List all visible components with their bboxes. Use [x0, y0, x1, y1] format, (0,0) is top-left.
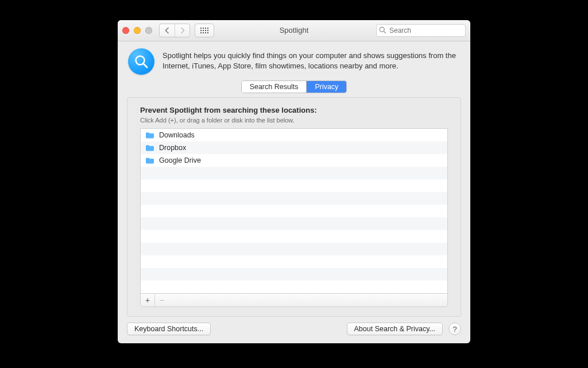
- folder-icon: [145, 157, 154, 164]
- minimize-icon[interactable]: [134, 27, 141, 34]
- list-item[interactable]: Google Drive: [141, 154, 447, 167]
- exclusion-list[interactable]: Downloads Dropbox Google Drive: [140, 128, 448, 293]
- add-remove-controls: + −: [140, 293, 448, 307]
- window-controls: [122, 27, 152, 34]
- back-button[interactable]: [160, 24, 175, 37]
- footer: Keyboard Shortcuts... About Search & Pri…: [118, 323, 470, 343]
- list-item: [141, 268, 447, 281]
- svg-line-1: [384, 31, 386, 33]
- list-item: [141, 205, 447, 217]
- folder-icon: [145, 132, 154, 139]
- list-item: [141, 281, 447, 293]
- panel-heading: Prevent Spotlight from searching these l…: [140, 106, 448, 114]
- zoom-icon: [145, 27, 152, 34]
- grid-icon: [200, 28, 208, 33]
- remove-button[interactable]: −: [154, 294, 168, 306]
- list-item-label: Google Drive: [159, 156, 201, 164]
- list-item[interactable]: Downloads: [141, 129, 447, 141]
- search-input[interactable]: [376, 24, 466, 37]
- svg-line-3: [144, 64, 148, 68]
- search-icon: [379, 26, 386, 34]
- panel-subtext: Click Add (+), or drag a folder or disk …: [140, 117, 448, 124]
- list-item: [141, 179, 447, 192]
- list-item: [141, 192, 447, 205]
- list-item: [141, 217, 447, 230]
- spotlight-icon: [128, 48, 154, 75]
- preferences-window: Spotlight Spotlight helps you quickly fi…: [118, 20, 470, 343]
- titlebar: Spotlight: [118, 20, 470, 41]
- show-all-button[interactable]: [195, 24, 214, 37]
- tabs-row: Search Results Privacy: [118, 80, 470, 93]
- help-button[interactable]: ?: [448, 323, 461, 335]
- list-item: [141, 167, 447, 179]
- list-item[interactable]: Dropbox: [141, 141, 447, 154]
- add-button[interactable]: +: [141, 294, 154, 306]
- tab-privacy[interactable]: Privacy: [306, 81, 346, 93]
- list-item-label: Downloads: [159, 131, 195, 139]
- tabs: Search Results Privacy: [241, 80, 347, 93]
- tab-search-results[interactable]: Search Results: [242, 81, 307, 93]
- chevron-left-icon: [165, 28, 170, 33]
- svg-point-0: [380, 27, 384, 32]
- pane-description: Spotlight helps you quickly find things …: [163, 48, 460, 71]
- pane-header: Spotlight helps you quickly find things …: [118, 41, 470, 80]
- list-item: [141, 230, 447, 243]
- privacy-panel: Prevent Spotlight from searching these l…: [127, 97, 461, 317]
- chevron-right-icon: [180, 28, 185, 33]
- keyboard-shortcuts-button[interactable]: Keyboard Shortcuts...: [127, 323, 211, 335]
- list-item: [141, 243, 447, 255]
- close-icon[interactable]: [122, 27, 129, 34]
- list-item-label: Dropbox: [159, 144, 186, 152]
- toolbar-search[interactable]: [376, 24, 466, 37]
- forward-button[interactable]: [175, 24, 189, 37]
- magnifying-glass-icon: [133, 53, 149, 70]
- about-search-privacy-button[interactable]: About Search & Privacy...: [347, 323, 443, 335]
- folder-icon: [145, 144, 154, 152]
- list-item: [141, 255, 447, 268]
- nav-back-forward: [159, 24, 190, 37]
